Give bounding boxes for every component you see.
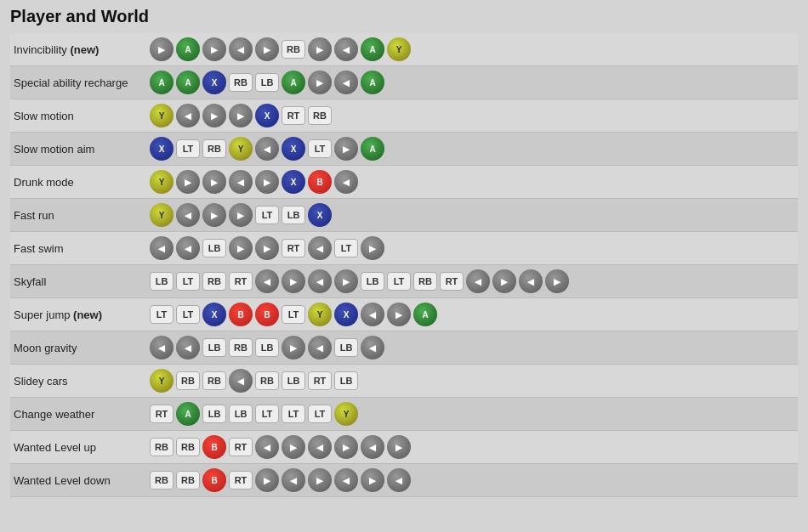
button-tag-lt: LT xyxy=(176,139,200,158)
button-tag-rb: RB xyxy=(282,40,305,59)
button-green-circle: A xyxy=(361,137,384,161)
cheat-buttons: LTLTXBBLTYX◀▶A xyxy=(146,298,798,331)
button-tag-lb: LB xyxy=(334,371,358,390)
button-tag-rb: RB xyxy=(202,272,226,291)
button-red-circle: B xyxy=(255,303,279,326)
cheat-buttons: Y◀▶▶XRTRB xyxy=(146,99,798,132)
button-gray-circle: ▶ xyxy=(387,435,411,459)
button-tag-rb: RB xyxy=(413,272,437,291)
button-gray-circle: ▶ xyxy=(334,435,358,459)
button-tag-lb: LB xyxy=(202,338,226,357)
table-row: Moon gravity◀◀LBRBLB▶◀LB◀ xyxy=(10,331,798,365)
page-title: Player and World xyxy=(10,7,798,26)
cheat-buttons: AAXRBLBA▶◀A xyxy=(146,66,798,99)
button-gray-circle: ▶ xyxy=(229,236,253,260)
button-green-circle: A xyxy=(176,37,200,61)
button-gray-circle: ▶ xyxy=(545,269,569,293)
table-row: Wanted Level downRBRBBRT▶◀▶◀▶◀ xyxy=(10,464,798,497)
cheat-label: Wanted Level down xyxy=(10,464,146,497)
button-tag-lt: LT xyxy=(282,305,305,324)
button-gray-circle: ◀ xyxy=(176,336,200,359)
button-red-circle: B xyxy=(202,435,226,459)
button-gray-circle: ◀ xyxy=(282,468,305,492)
cheat-label: Change weather xyxy=(10,398,146,431)
table-row: Invincibility (new)▶A▶◀▶RB▶◀AY xyxy=(10,33,798,66)
button-tag-rb: RB xyxy=(150,471,174,490)
button-gray-circle: ◀ xyxy=(334,71,358,94)
button-gray-circle: ◀ xyxy=(308,435,332,459)
button-gray-circle: ◀ xyxy=(176,236,200,260)
cheat-label: Wanted Level up xyxy=(10,431,146,464)
button-green-circle: A xyxy=(361,71,384,94)
button-green-circle: A xyxy=(176,402,200,426)
cheat-buttons: XLTRBY◀XLT▶A xyxy=(146,133,798,165)
button-gray-circle: ◀ xyxy=(308,236,332,260)
button-tag-lb: LB xyxy=(229,405,253,423)
table-row: Slow motion aimXLTRBY◀XLT▶A xyxy=(10,133,798,166)
cheat-buttons: ◀◀LB▶▶RT◀LT▶ xyxy=(146,232,798,264)
button-gray-circle: ◀ xyxy=(150,236,174,260)
button-gray-circle: ▶ xyxy=(308,468,332,492)
button-gray-circle: ◀ xyxy=(334,170,358,194)
button-gray-circle: ▶ xyxy=(308,71,332,94)
cheat-label: Drunk mode xyxy=(10,166,146,199)
button-gray-circle: ▶ xyxy=(255,37,279,61)
cheat-buttons: Y▶▶◀▶XB◀ xyxy=(146,166,798,198)
button-gray-circle: ▶ xyxy=(255,468,279,492)
cheat-label: Super jump (new) xyxy=(10,298,146,331)
table-row: Slidey carsYRBRB◀RBLBRTLB xyxy=(10,365,798,398)
button-tag-lb: LB xyxy=(334,338,358,357)
button-gray-circle: ▶ xyxy=(176,170,200,194)
button-gray-circle: ▶ xyxy=(255,236,279,260)
button-gray-circle: ◀ xyxy=(308,336,332,359)
button-tag-rt: RT xyxy=(308,371,332,390)
button-tag-rt: RT xyxy=(229,471,253,490)
button-tag-rb: RB xyxy=(176,471,200,490)
button-blue-circle: X xyxy=(202,303,226,326)
button-gray-circle: ◀ xyxy=(334,37,358,61)
button-tag-rb: RB xyxy=(176,438,200,456)
cheat-buttons: LBLTRBRT◀▶◀▶LBLTRBRT◀▶◀▶ xyxy=(146,265,798,297)
cheat-label: Fast swim xyxy=(10,232,146,265)
button-tag-lt: LT xyxy=(176,305,200,324)
button-yellow-circle: Y xyxy=(150,170,174,194)
button-yellow-circle: Y xyxy=(334,402,358,426)
button-tag-lb: LB xyxy=(282,371,305,390)
button-tag-lb: LB xyxy=(282,206,305,224)
button-red-circle: B xyxy=(308,170,332,194)
button-tag-lt: LT xyxy=(387,272,411,291)
button-green-circle: A xyxy=(413,303,437,326)
button-tag-lt: LT xyxy=(334,239,358,258)
button-gray-circle: ◀ xyxy=(466,269,490,293)
button-tag-lt: LT xyxy=(308,405,332,423)
button-gray-circle: ▶ xyxy=(282,435,305,459)
button-blue-circle: X xyxy=(308,203,332,227)
table-row: Drunk modeY▶▶◀▶XB◀ xyxy=(10,166,798,199)
button-blue-circle: X xyxy=(255,104,279,127)
table-row: Wanted Level upRBRBBRT◀▶◀▶◀▶ xyxy=(10,431,798,464)
table-row: Fast swim◀◀LB▶▶RT◀LT▶ xyxy=(10,232,798,265)
table-row: SkyfallLBLTRBRT◀▶◀▶LBLTRBRT◀▶◀▶ xyxy=(10,265,798,298)
button-yellow-circle: Y xyxy=(387,37,411,61)
button-gray-circle: ◀ xyxy=(361,303,384,326)
button-gray-circle: ▶ xyxy=(282,336,305,359)
cheat-label: Fast run xyxy=(10,199,146,232)
button-tag-rb: RB xyxy=(202,139,226,158)
button-tag-rb: RB xyxy=(176,371,200,390)
button-gray-circle: ▶ xyxy=(229,203,253,227)
button-gray-circle: ▶ xyxy=(308,37,332,61)
button-gray-circle: ◀ xyxy=(387,468,411,492)
button-gray-circle: ◀ xyxy=(255,269,279,293)
button-gray-circle: ▶ xyxy=(229,104,253,127)
button-gray-circle: ▶ xyxy=(202,104,226,127)
table-row: Change weatherRTALBLBLTLTLTY xyxy=(10,398,798,431)
button-blue-circle: X xyxy=(282,137,305,161)
cheat-label: Slidey cars xyxy=(10,365,146,398)
button-tag-lb: LB xyxy=(202,405,226,423)
button-gray-circle: ◀ xyxy=(519,269,543,293)
button-tag-rt: RT xyxy=(150,405,174,423)
button-tag-lb: LB xyxy=(150,272,174,291)
button-gray-circle: ◀ xyxy=(255,137,279,161)
button-tag-lb: LB xyxy=(361,272,384,291)
cheat-label: Skyfall xyxy=(10,265,146,298)
